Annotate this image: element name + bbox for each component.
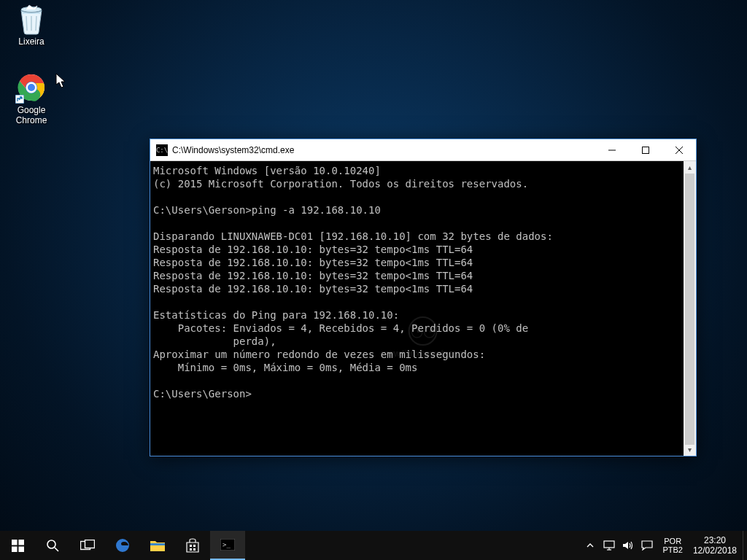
show-desktop-button[interactable]: [743, 531, 747, 560]
start-button[interactable]: [0, 531, 35, 560]
svg-rect-11: [18, 540, 24, 545]
tray-volume-icon[interactable]: [620, 531, 636, 560]
scroll-thumb[interactable]: [685, 174, 694, 445]
svg-point-4: [27, 83, 36, 92]
search-button[interactable]: [35, 531, 70, 560]
maximize-button[interactable]: [629, 139, 662, 161]
clock-time: 23:20: [704, 535, 726, 545]
close-button[interactable]: [662, 139, 696, 161]
taskbar-app-cmd[interactable]: >_: [210, 531, 245, 560]
language-primary: POR: [664, 537, 681, 545]
svg-point-14: [47, 540, 55, 548]
svg-rect-20: [193, 545, 196, 547]
svg-rect-22: [193, 548, 196, 551]
tray-network-icon[interactable]: [601, 531, 617, 560]
taskbar-app-store[interactable]: [175, 531, 210, 560]
svg-rect-10: [12, 540, 18, 545]
tray-chevron-up-icon[interactable]: [582, 531, 598, 560]
svg-rect-13: [18, 546, 24, 552]
svg-rect-21: [190, 548, 192, 551]
svg-line-15: [55, 548, 58, 551]
taskbar-spacer: [245, 531, 579, 560]
scrollbar[interactable]: ▴ ▾: [684, 161, 696, 456]
svg-rect-25: [604, 541, 614, 548]
language-indicator[interactable]: POR PTB2: [658, 531, 687, 560]
desktop-icon-label: Google Chrome: [4, 105, 58, 125]
window-title: C:\Windows\system32\cmd.exe: [172, 145, 595, 155]
svg-rect-7: [643, 147, 649, 153]
clock-date: 12/02/2018: [693, 545, 737, 556]
desktop-icon-label: Lixeira: [4, 36, 58, 47]
scroll-up-button[interactable]: ▴: [684, 161, 696, 174]
chrome-icon: [15, 71, 47, 104]
task-view-button[interactable]: [70, 531, 105, 560]
mouse-cursor-icon: [55, 73, 67, 89]
tray-action-center-icon[interactable]: [639, 531, 655, 560]
svg-text:>_: >_: [222, 541, 231, 548]
terminal-output[interactable]: Microsoft Windows [versão 10.0.10240] (c…: [150, 161, 684, 456]
scroll-down-button[interactable]: ▾: [684, 443, 696, 456]
desktop-icon-chrome[interactable]: Google Chrome: [4, 71, 58, 125]
svg-rect-17: [85, 540, 95, 548]
svg-rect-12: [12, 546, 18, 552]
cmd-icon: C:\: [156, 144, 168, 156]
clock[interactable]: 23:20 12/02/2018: [687, 531, 743, 560]
taskbar-app-explorer[interactable]: [140, 531, 175, 560]
cmd-window: C:\ C:\Windows\system32\cmd.exe Microsof…: [150, 139, 697, 456]
titlebar[interactable]: C:\ C:\Windows\system32\cmd.exe: [150, 139, 696, 161]
recycle-bin-icon: [15, 3, 47, 35]
language-secondary: PTB2: [662, 545, 683, 554]
system-tray: [579, 531, 658, 560]
svg-rect-18: [150, 543, 165, 545]
svg-rect-19: [190, 545, 192, 547]
taskbar: >_ POR PTB2 23:20: [0, 531, 747, 560]
desktop-icon-recycle-bin[interactable]: Lixeira: [4, 3, 58, 47]
minimize-button[interactable]: [595, 139, 629, 161]
taskbar-app-edge[interactable]: [105, 531, 140, 560]
